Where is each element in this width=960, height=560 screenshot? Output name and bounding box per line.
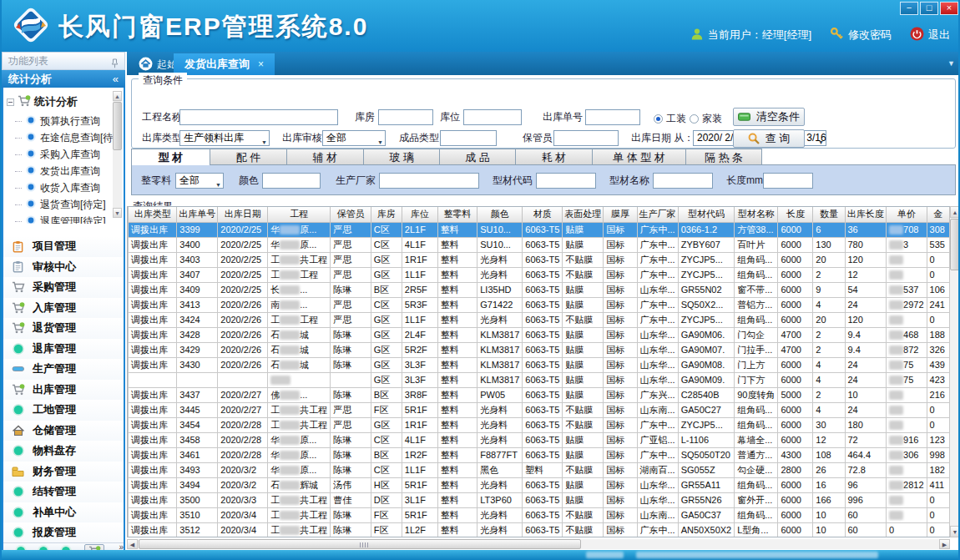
minimize-button[interactable]: −: [900, 2, 918, 15]
table-row[interactable]: 调拨出库34612020/2/28华原...陈琳B区1R2F整料F8877FT6…: [129, 447, 950, 462]
tree-item[interactable]: 发货出库查询: [15, 164, 100, 179]
table-row[interactable]: 调拨出库34292020/2/26石城陈琳G区5R2F整料KLM38176063…: [129, 342, 950, 357]
grid-column-header[interactable]: 工程: [268, 207, 331, 222]
table-row[interactable]: 调拨出库34132020/2/26南...严思C区5R3F整料G71422606…: [129, 297, 950, 312]
sidebar-item-仓储管理[interactable]: 仓储管理: [3, 421, 124, 441]
material-tab-配件[interactable]: 配 件: [210, 149, 287, 165]
scroll-down-icon[interactable]: ▼: [950, 526, 960, 537]
table-row[interactable]: 调拨出库35002020/3/3工共工程曹佳D区3L1F整料LT3P606063…: [129, 492, 950, 507]
tab-list-dropdown-icon[interactable]: ▼: [947, 59, 955, 68]
manufacturer-input[interactable]: [379, 173, 479, 189]
sidebar-item-生产管理[interactable]: 生产管理: [3, 359, 124, 380]
sidebar-item-补单中心[interactable]: 补单中心: [3, 502, 124, 523]
scroll-up-icon[interactable]: ▲: [950, 206, 960, 218]
grid-horizontal-scrollbar[interactable]: ◀ ▶: [127, 539, 950, 549]
table-row[interactable]: 调拨出库34242020/2/26工工程严思G区1L1F整料光身料6063-T5…: [129, 312, 950, 327]
grid-column-header[interactable]: 出库单号: [177, 207, 218, 222]
table-row[interactable]: G区3L3F整料KLM38176063-T5贴膜国标山东华...GA90M09.…: [129, 372, 950, 387]
scroll-left-icon[interactable]: ◀: [127, 539, 138, 549]
grid-vertical-scrollbar[interactable]: ▲ ▼: [950, 206, 960, 537]
table-row[interactable]: 调拨出库35102020/3/4工共工程陈琳F区5R1F整料光身料6063-T5…: [129, 507, 950, 522]
close-button[interactable]: ×: [940, 2, 958, 15]
table-row[interactable]: 调拨出库34302020/2/26石城陈琳G区3L3F整料KLM38176063…: [129, 357, 950, 372]
table-row[interactable]: 调拨出库34032020/2/25工共工程严思G区1R1F整料光身料6063-T…: [129, 252, 950, 267]
grid-column-header[interactable]: 出库日期: [218, 207, 268, 222]
keeper-input[interactable]: [553, 130, 619, 146]
scroll-up-icon[interactable]: ▲: [113, 91, 122, 101]
sidebar-item-报废管理[interactable]: 报废管理: [3, 522, 124, 543]
maximize-button[interactable]: □: [920, 2, 938, 15]
sidebar-item-结转管理[interactable]: 结转管理: [3, 482, 124, 502]
tree-item[interactable]: 预算执行查询: [15, 114, 100, 129]
color-input[interactable]: [262, 173, 321, 189]
grid-column-header[interactable]: 生产厂家: [637, 207, 678, 222]
grid-column-header[interactable]: 整零料: [437, 207, 477, 222]
table-row[interactable]: 调拨出库33992020/2/25华原...严思C区2L1F整料SU10...6…: [129, 222, 950, 237]
material-tab-成品[interactable]: 成 品: [439, 149, 516, 165]
grid-column-header[interactable]: 单价: [887, 207, 927, 222]
grid-column-header[interactable]: 型材名称: [735, 207, 778, 222]
scroll-right-icon[interactable]: ▶: [939, 539, 950, 549]
grid-hscroll-thumb[interactable]: [139, 539, 581, 549]
sidebar-item-物料盘存[interactable]: 物料盘存: [3, 441, 124, 462]
sidebar-item-退货管理[interactable]: 退货管理: [3, 318, 124, 339]
table-row[interactable]: 调拨出库34282020/2/26石城陈琳G区2L4F整料KLM38176063…: [129, 327, 950, 342]
table-row[interactable]: 调拨出库34072020/2/25工工程严思G区1L1F整料光身料6063-T5…: [129, 267, 950, 282]
sidebar-section-header[interactable]: 统计分析 «: [2, 70, 125, 88]
material-tab-耗材[interactable]: 耗 材: [515, 149, 593, 165]
material-tab-型材[interactable]: 型 材: [131, 149, 210, 165]
sidebar-item-退库管理[interactable]: 退库管理: [3, 339, 124, 360]
tree-item[interactable]: 收货入库查询: [15, 181, 100, 195]
material-tab-隔热条[interactable]: 隔 热 条: [685, 149, 762, 165]
grid-column-header[interactable]: 出库类型: [129, 207, 177, 222]
length-input[interactable]: [763, 173, 813, 189]
grid-column-header[interactable]: 出库长度: [845, 207, 887, 222]
sidebar-item-项目管理[interactable]: 项目管理: [3, 236, 124, 257]
grid-column-header[interactable]: 表面处理: [563, 207, 604, 222]
radio-jiazhuang[interactable]: 家装: [690, 112, 722, 126]
warehouse-input[interactable]: [378, 109, 433, 125]
tree-item[interactable]: 退货查询[待定]: [15, 198, 106, 212]
grid-column-header[interactable]: 保管员: [331, 207, 371, 222]
out-type-combo[interactable]: 生产领料出库: [179, 130, 270, 146]
radio-selected-icon[interactable]: [654, 114, 663, 124]
table-row[interactable]: 调拨出库34942020/3/2石辉城汤伟H区5R1F整料光身料6063-T5贴…: [129, 477, 950, 492]
grid-column-header[interactable]: 颜色: [477, 207, 523, 222]
profile-name-input[interactable]: [653, 173, 713, 189]
material-tab-玻璃[interactable]: 玻 璃: [363, 149, 440, 165]
table-row[interactable]: 调拨出库34452020/2/27工共工程严思F区5R1F整料光身料6063-T…: [129, 402, 950, 417]
scroll-down-icon[interactable]: ▼: [113, 208, 122, 218]
grid-column-header[interactable]: 金: [927, 207, 949, 222]
grid-column-header[interactable]: 型材代码: [678, 207, 735, 222]
sidebar-item-财务管理[interactable]: 财务管理: [3, 462, 124, 482]
tree-vertical-scrollbar[interactable]: ▲ ▼: [113, 91, 122, 218]
tab-close-icon[interactable]: ×: [258, 58, 264, 70]
sidebar-item-入库管理[interactable]: 入库管理: [3, 298, 124, 319]
product-type-input[interactable]: [440, 130, 497, 146]
material-tab-单体型材[interactable]: 单 体 型 材: [592, 149, 686, 165]
change-password-button[interactable]: 修改密码: [830, 27, 892, 43]
material-tab-辅材[interactable]: 辅 材: [286, 149, 364, 165]
grid-column-header[interactable]: 库位: [402, 207, 437, 222]
tree-expander-icon[interactable]: [7, 98, 14, 106]
sidebar-item-工地管理[interactable]: 工地管理: [3, 400, 124, 421]
table-row[interactable]: 调拨出库34372020/2/27佛...陈琳B区3R8F整料PW056063-…: [129, 387, 950, 402]
tree-root-node[interactable]: 统计分析: [7, 94, 78, 109]
grid-column-header[interactable]: 长度: [778, 207, 813, 222]
tree-item[interactable]: 退库管理[待定]: [15, 214, 106, 224]
table-row[interactable]: 调拨出库34582020/2/28华原...陈琳C区4L1F整料光身料6063-…: [129, 432, 950, 447]
search-button[interactable]: 查 询: [733, 129, 805, 148]
tree-vscroll-thumb[interactable]: [113, 102, 122, 150]
tab-active[interactable]: 发货出库查询 ×: [174, 53, 275, 75]
radio-unselected-icon[interactable]: [690, 114, 699, 124]
grid-vscroll-thumb[interactable]: [950, 219, 960, 270]
whole-part-combo[interactable]: 全部: [175, 173, 224, 189]
project-name-input[interactable]: [179, 109, 338, 125]
tree-item[interactable]: 采购入库查询: [15, 148, 100, 162]
logout-button[interactable]: 退出: [910, 27, 950, 43]
sidebar-item-采购管理[interactable]: 采购管理: [3, 277, 124, 298]
grid-column-header[interactable]: 数量: [813, 207, 845, 222]
clear-conditions-button[interactable]: 清空条件: [733, 108, 805, 126]
out-audit-combo[interactable]: 全部: [322, 130, 386, 146]
sidebar-item-出库管理[interactable]: 出库管理: [3, 380, 124, 401]
